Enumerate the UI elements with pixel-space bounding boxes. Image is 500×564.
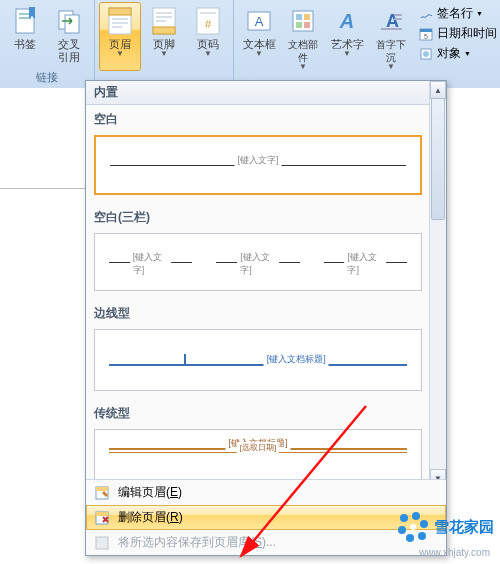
watermark-url: www.xhjaty.com bbox=[419, 547, 490, 558]
edit-header-icon bbox=[94, 485, 110, 501]
svg-rect-24 bbox=[304, 22, 310, 28]
bookmark-icon bbox=[9, 5, 41, 37]
svg-rect-17 bbox=[200, 12, 216, 14]
svg-rect-39 bbox=[96, 537, 108, 549]
accel: E bbox=[170, 485, 178, 499]
dropdown-icon: ▼ bbox=[255, 51, 263, 57]
watermark: 雪花家园 bbox=[396, 510, 494, 544]
page-edge bbox=[0, 188, 86, 199]
svg-rect-7 bbox=[112, 18, 128, 20]
parts-icon bbox=[287, 5, 319, 37]
header-icon bbox=[104, 5, 136, 37]
bookmark-button[interactable]: 书签 bbox=[4, 2, 46, 68]
parts-button[interactable]: 文档部件 ▼ bbox=[282, 2, 324, 73]
textbox-icon: A bbox=[243, 5, 275, 37]
svg-rect-27 bbox=[394, 14, 402, 16]
svg-rect-13 bbox=[156, 16, 172, 18]
signature-button[interactable]: 签名行 ▼ bbox=[416, 4, 499, 23]
group-text: A 文本框 ▼ 文档部件 ▼ A 艺术字 ▼ A 首字下沉 ▼ bbox=[233, 0, 500, 88]
svg-rect-6 bbox=[109, 8, 131, 15]
textbox-button[interactable]: A 文本框 ▼ bbox=[238, 2, 280, 73]
datetime-button[interactable]: 5 日期和时间 bbox=[416, 24, 499, 43]
menu-label: 将所选内容保存到页眉库 bbox=[118, 535, 250, 549]
dropdown-icon: ▼ bbox=[464, 50, 471, 57]
dropdown-icon: ▼ bbox=[476, 10, 483, 17]
menu-save-header[interactable]: 将所选内容保存到页眉库(S)... bbox=[86, 530, 446, 555]
object-icon bbox=[418, 46, 434, 62]
preview-blank3[interactable]: [键入文字] [键入文字] [键入文字] bbox=[94, 233, 422, 291]
header-button[interactable]: 页眉 ▼ bbox=[99, 2, 141, 71]
svg-rect-23 bbox=[296, 22, 302, 28]
preview-edge[interactable]: [键入文档标题] bbox=[94, 329, 422, 391]
datetime-label: 日期和时间 bbox=[437, 25, 497, 42]
watermark-text: 雪花家园 bbox=[434, 518, 494, 537]
dropdown-icon: ▼ bbox=[299, 64, 307, 70]
dropdown-icon: ▼ bbox=[160, 51, 168, 57]
dropdown-icon: ▼ bbox=[116, 51, 124, 57]
menu-remove-header[interactable]: 删除页眉(R) bbox=[86, 505, 446, 530]
accel: R bbox=[170, 510, 179, 524]
save-header-icon bbox=[94, 535, 110, 551]
dropcap-icon: A bbox=[375, 5, 407, 37]
svg-rect-22 bbox=[304, 14, 310, 20]
svg-point-40 bbox=[400, 514, 408, 522]
object-button[interactable]: 对象 ▼ bbox=[416, 44, 499, 63]
ph: [键入文字] bbox=[344, 251, 386, 277]
dropcap-label: 首字下沉 bbox=[373, 38, 409, 64]
object-label: 对象 bbox=[437, 45, 461, 62]
dropcap-button[interactable]: A 首字下沉 ▼ bbox=[370, 2, 412, 73]
dropdown-icon: ▼ bbox=[343, 51, 351, 57]
svg-point-34 bbox=[423, 51, 429, 57]
preview-blank[interactable]: [键入文字] bbox=[94, 135, 422, 195]
svg-point-42 bbox=[420, 520, 428, 528]
footer-button[interactable]: 页脚 ▼ bbox=[143, 2, 185, 71]
scrollbar[interactable]: ▲ ▼ bbox=[429, 81, 446, 487]
bookmark-label: 书签 bbox=[14, 38, 36, 51]
svg-text:A: A bbox=[255, 14, 264, 29]
gallery-footer: 编辑页眉(E) 删除页眉(R) 将所选内容保存到页眉库(S)... bbox=[86, 479, 446, 555]
scroll-thumb[interactable] bbox=[431, 98, 445, 220]
sub-edge: 边线型 bbox=[86, 299, 430, 325]
crossref-icon bbox=[53, 5, 85, 37]
dropdown-icon: ▼ bbox=[204, 51, 212, 57]
signature-label: 签名行 bbox=[437, 5, 473, 22]
text-extras: 签名行 ▼ 5 日期和时间 对象 ▼ bbox=[414, 2, 500, 73]
svg-point-44 bbox=[406, 534, 414, 542]
svg-text:A: A bbox=[339, 10, 354, 32]
svg-rect-4 bbox=[65, 15, 79, 33]
wordart-button[interactable]: A 艺术字 ▼ bbox=[326, 2, 368, 73]
datetime-icon: 5 bbox=[418, 26, 434, 42]
menu-label: 编辑页眉 bbox=[118, 485, 166, 499]
remove-header-icon bbox=[94, 510, 110, 526]
svg-rect-28 bbox=[394, 18, 402, 20]
ph: [键入文档标题] bbox=[264, 353, 329, 366]
menu-edit-header[interactable]: 编辑页眉(E) bbox=[86, 480, 446, 505]
crossref-button[interactable]: 交叉 引用 bbox=[48, 2, 90, 68]
parts-label: 文档部件 bbox=[285, 38, 321, 64]
scroll-up-icon[interactable]: ▲ bbox=[430, 81, 446, 99]
footer-icon bbox=[148, 5, 180, 37]
section-builtin: 内置 bbox=[86, 81, 430, 105]
svg-rect-36 bbox=[96, 487, 108, 491]
accel: S bbox=[254, 535, 262, 549]
svg-rect-9 bbox=[112, 26, 122, 28]
svg-point-41 bbox=[412, 512, 420, 520]
svg-rect-8 bbox=[112, 22, 128, 24]
svg-text:5: 5 bbox=[424, 33, 428, 40]
svg-rect-14 bbox=[156, 20, 166, 22]
pagenum-button[interactable]: # 页码 ▼ bbox=[187, 2, 229, 71]
group-links-label: 链接 bbox=[4, 68, 90, 88]
svg-rect-29 bbox=[381, 28, 402, 30]
sub-traditional: 传统型 bbox=[86, 399, 430, 425]
snowflake-icon bbox=[396, 510, 430, 544]
menu-label: 删除页眉 bbox=[118, 510, 166, 524]
crossref-label: 交叉 引用 bbox=[58, 38, 80, 64]
header-gallery: 内置 空白 [键入文字] 空白(三栏) [键入文字] [键入文字] [键入文字]… bbox=[85, 80, 447, 556]
sub-blank3: 空白(三栏) bbox=[86, 203, 430, 229]
ph: [选取日期] bbox=[237, 442, 279, 453]
signature-icon bbox=[418, 6, 434, 22]
svg-rect-21 bbox=[296, 14, 302, 20]
svg-text:#: # bbox=[205, 18, 212, 30]
pagenum-icon: # bbox=[192, 5, 224, 37]
gallery-scroll[interactable]: 内置 空白 [键入文字] 空白(三栏) [键入文字] [键入文字] [键入文字]… bbox=[86, 81, 430, 487]
